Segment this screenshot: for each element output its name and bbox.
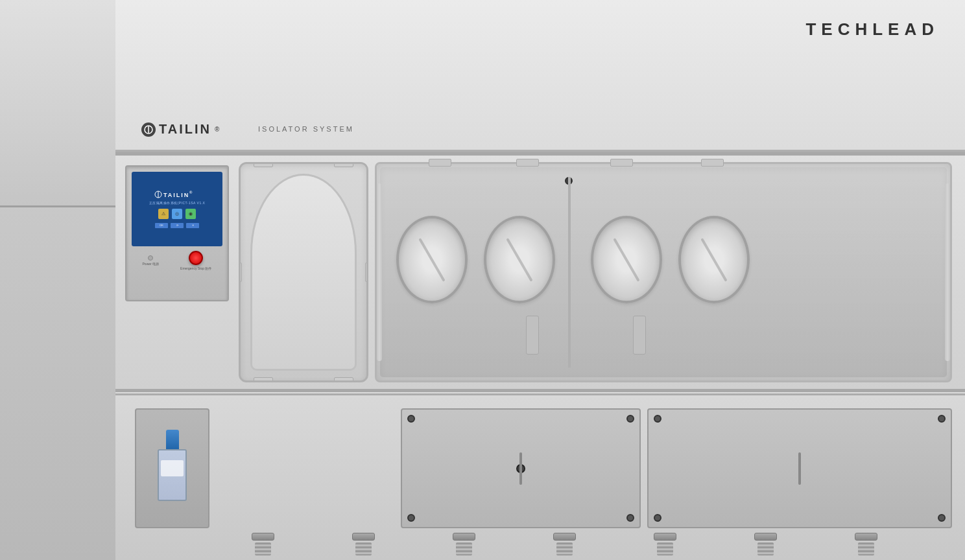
screen-brand: TAILIN ® [154, 191, 200, 200]
techlead-logo: TECHLEAD [805, 19, 939, 40]
screw-thread-7 [858, 542, 874, 555]
screw-2 [352, 533, 375, 555]
left-panel-bottom [0, 207, 115, 560]
tailin-circle-icon [141, 122, 156, 137]
screw-top-3 [453, 533, 475, 541]
power-indicator: Power 电源 [143, 255, 160, 266]
screen-action-3[interactable]: ✕ [186, 223, 199, 228]
glove-port-1 [396, 216, 468, 303]
clamp-bottom-left [254, 377, 273, 382]
screw-thread-3 [456, 542, 472, 555]
center-handle-2 [798, 452, 801, 485]
door-corner-br-2 [938, 514, 946, 522]
screw-thread-1 [255, 542, 271, 555]
tailin-brand-text: TAILIN [159, 122, 211, 137]
panel-row: Power 电源 Emergency Stop 急停 [132, 251, 222, 270]
glove-clamp-4 [701, 159, 724, 167]
svg-text:®: ® [189, 191, 193, 194]
emergency-stop-button[interactable] [189, 251, 203, 265]
isolator-system-label: ISOLATOR SYSTEM [258, 125, 354, 133]
screw-top-5 [654, 533, 676, 541]
left-panel-top [0, 0, 115, 207]
clamp-top-right [334, 162, 353, 167]
door-corner-tl-2 [654, 415, 661, 423]
machine-body: TECHLEAD TAILIN ® ISOLATOR SYSTEM [115, 0, 965, 560]
storage-door-2[interactable] [647, 408, 952, 528]
storage-compartment-left [135, 408, 209, 528]
clamp-right [365, 262, 368, 282]
screen-warning-icon[interactable]: ⚠ [158, 209, 169, 219]
door-corner-br-1 [626, 514, 634, 522]
emergency-stop-group: Emergency Stop 急停 [180, 251, 211, 270]
screen-subtitle: 正压隔离操作系统(PICT-1SA V1.X [149, 201, 206, 205]
tool-holder-1 [526, 316, 539, 355]
screw-5 [654, 533, 676, 555]
screw-top-6 [754, 533, 777, 541]
screw-3 [453, 533, 475, 555]
center-handle-1 [519, 452, 522, 485]
screw-top-1 [252, 533, 274, 541]
clamp-top-left [254, 162, 273, 167]
glove-port-4 [678, 216, 750, 303]
screw-top-7 [855, 533, 877, 541]
screw-top-4 [553, 533, 576, 541]
screw-thread-5 [657, 542, 673, 555]
glove-box-divider [568, 177, 571, 368]
side-rail-right [945, 183, 950, 361]
screen-button-2[interactable]: ◉ [185, 209, 196, 219]
control-panel: TAILIN ® 正压隔离操作系统(PICT-1SA V1.X ⚠ ◎ ◉ OK… [125, 165, 229, 301]
glove-port-3 [591, 216, 662, 303]
svg-text:TAILIN: TAILIN [163, 192, 189, 198]
door-corner-bl-2 [654, 514, 661, 522]
top-section: TECHLEAD TAILIN ® ISOLATOR SYSTEM [115, 0, 965, 152]
power-dot [148, 255, 153, 261]
middle-section: TAILIN ® 正压隔离操作系统(PICT-1SA V1.X ⚠ ◎ ◉ OK… [115, 152, 965, 392]
tool-holder-2 [633, 316, 646, 355]
glove-port-2 [484, 216, 555, 303]
power-label: Power 电源 [143, 262, 160, 266]
emergency-label: Emergency Stop 急停 [180, 266, 211, 270]
door-corner-bl-1 [407, 514, 415, 522]
tailin-registered: ® [215, 126, 219, 133]
adjustment-screws [232, 528, 965, 560]
screw-top-2 [352, 533, 375, 541]
side-rail-left [377, 183, 382, 361]
glove-box-area [375, 162, 952, 382]
glove-clamp-2 [516, 159, 539, 167]
tailin-logo-area: TAILIN ® [141, 122, 219, 137]
clamp-bottom-right [334, 377, 353, 382]
clamp-left [239, 262, 242, 282]
left-panel [0, 0, 117, 560]
screen-bottom-row: OK ⟳ ✕ [155, 223, 199, 228]
door-corner-tr-1 [626, 415, 634, 423]
screen-action-1[interactable]: OK [155, 223, 168, 228]
bottle-label [161, 460, 184, 476]
screw-thread-6 [757, 542, 774, 555]
screen-icons-row: ⚠ ◎ ◉ [158, 209, 196, 219]
glove-clamp-1 [429, 159, 451, 167]
tailin-logo: TAILIN ® [141, 122, 219, 137]
screen-button-1[interactable]: ◎ [172, 209, 182, 219]
screw-thread-4 [556, 542, 573, 555]
bottle-body [158, 449, 187, 501]
glove-clamp-3 [610, 159, 633, 167]
control-screen[interactable]: TAILIN ® 正压隔离操作系统(PICT-1SA V1.X ⚠ ◎ ◉ OK… [132, 172, 222, 246]
screen-action-2[interactable]: ⟳ [171, 223, 184, 228]
screw-4 [553, 533, 576, 555]
bottle-assembly [156, 430, 189, 508]
door-corner-tl-1 [407, 415, 415, 423]
screw-7 [855, 533, 877, 555]
screw-6 [754, 533, 777, 555]
main-container: TECHLEAD TAILIN ® ISOLATOR SYSTEM [0, 0, 965, 560]
panel-buttons-area: Power 电源 Emergency Stop 急停 [132, 251, 222, 275]
screw-1 [252, 533, 274, 555]
bottle-cap [166, 430, 179, 449]
chamber-door-frame [250, 174, 357, 371]
door-corner-tr-2 [938, 415, 946, 423]
transfer-chamber [239, 162, 368, 382]
screw-thread-2 [355, 542, 372, 555]
storage-door-1[interactable] [401, 408, 641, 528]
